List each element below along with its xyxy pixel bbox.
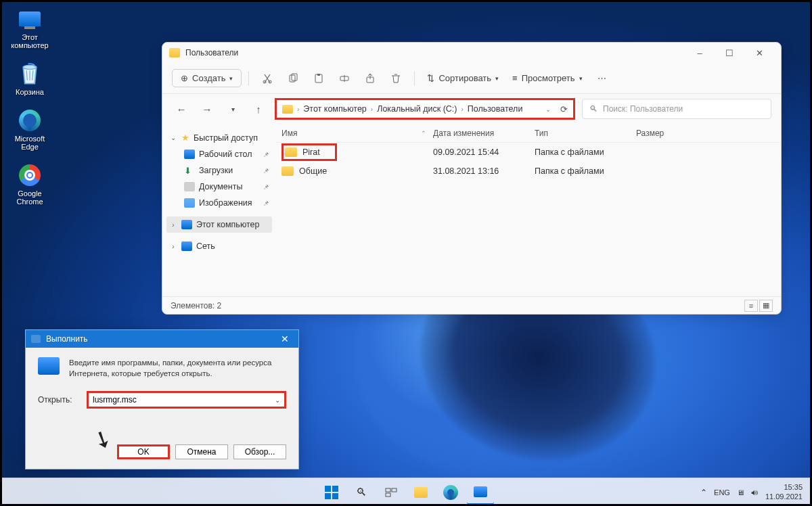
sidebar-quick-access[interactable]: ⌄ ★ Быстрый доступ bbox=[166, 129, 272, 146]
plus-icon: ⊕ bbox=[181, 73, 188, 83]
search-input[interactable]: 🔍︎ Поиск: Пользователи bbox=[582, 99, 771, 119]
chevron-down-icon[interactable]: ⌄ bbox=[545, 106, 551, 113]
run-icon bbox=[38, 357, 60, 375]
search-icon: 🔍︎ bbox=[356, 486, 367, 499]
run-input[interactable]: lusrmgr.msc ⌄ bbox=[87, 391, 286, 409]
desktop-icon-this-pc[interactable]: Этот компьютер bbox=[7, 7, 53, 49]
sort-button[interactable]: ⇅ Сортировать ▾ bbox=[422, 70, 504, 87]
folder-icon bbox=[281, 166, 294, 176]
svg-rect-6 bbox=[317, 74, 320, 76]
folder-icon bbox=[169, 48, 180, 58]
sidebar-item-downloads[interactable]: ⬇ Загрузки 📌︎ bbox=[166, 162, 272, 179]
forward-button[interactable]: → bbox=[198, 99, 217, 118]
windows-icon bbox=[325, 486, 338, 499]
sidebar-item-desktop[interactable]: Рабочий стол 📌︎ bbox=[166, 146, 272, 162]
column-headers: Имя⌃ Дата изменения Тип Размер bbox=[276, 124, 781, 143]
more-button[interactable]: ⋯ bbox=[591, 67, 614, 90]
clock[interactable]: 15:35 11.09.2021 bbox=[765, 483, 803, 502]
pc-icon bbox=[19, 12, 41, 26]
column-size[interactable]: Размер bbox=[636, 129, 704, 138]
chevron-down-icon: ▾ bbox=[579, 75, 583, 82]
volume-icon[interactable]: 🔊︎ bbox=[751, 488, 759, 497]
sidebar-item-network[interactable]: › Сеть bbox=[166, 238, 272, 254]
copy-button[interactable] bbox=[281, 67, 304, 90]
explorer-nav: ← → ▾ ↑ › Этот компьютер › Локальный дис… bbox=[162, 94, 781, 124]
sidebar: ⌄ ★ Быстрый доступ Рабочий стол 📌︎ ⬇ Заг… bbox=[162, 124, 276, 296]
desktop-icon-recycle-bin[interactable]: Корзина bbox=[7, 62, 53, 96]
address-bar[interactable]: › Этот компьютер › Локальный диск (C:) ›… bbox=[275, 98, 575, 120]
chevron-down-icon: ▾ bbox=[229, 75, 233, 82]
paste-button[interactable] bbox=[307, 67, 330, 90]
explorer-window: Пользователи – ☐ ✕ ⊕ Создать ▾ ⇅ Сортиро… bbox=[162, 42, 782, 315]
sidebar-item-this-pc[interactable]: › Этот компьютер bbox=[166, 216, 272, 233]
browse-button[interactable]: Обзор... bbox=[233, 444, 286, 459]
explorer-taskbar-button[interactable] bbox=[407, 480, 434, 505]
explorer-titlebar[interactable]: Пользователи – ☐ ✕ bbox=[162, 43, 781, 63]
file-row[interactable]: Общие 31.08.2021 13:16 Папка с файлами bbox=[276, 162, 781, 181]
tray-chevron-up-icon[interactable]: ⌃ bbox=[700, 488, 707, 497]
chevron-right-icon: › bbox=[297, 106, 299, 113]
pin-icon: 📌︎ bbox=[263, 183, 269, 191]
run-titlebar[interactable]: Выполнить ✕ bbox=[26, 330, 298, 348]
desktop-icon-edge[interactable]: Microsoft Edge bbox=[7, 108, 53, 151]
folder-icon bbox=[414, 487, 428, 498]
sort-icon: ⇅ bbox=[427, 73, 434, 83]
search-button[interactable]: 🔍︎ bbox=[348, 480, 375, 505]
back-button[interactable]: ← bbox=[172, 99, 191, 118]
chevron-down-icon[interactable]: ▾ bbox=[223, 99, 242, 118]
column-date[interactable]: Дата изменения bbox=[433, 129, 535, 138]
breadcrumb-item[interactable]: Локальный диск (C:) bbox=[377, 104, 457, 114]
minimize-button[interactable]: – bbox=[685, 43, 715, 63]
pc-icon bbox=[474, 486, 487, 497]
star-icon: ★ bbox=[181, 133, 189, 143]
breadcrumb-item[interactable]: Этот компьютер bbox=[303, 104, 366, 114]
file-row[interactable]: Pirat 09.09.2021 15:44 Папка с файлами bbox=[276, 143, 781, 162]
sidebar-item-pictures[interactable]: Изображения 📌︎ bbox=[166, 195, 272, 211]
edge-icon bbox=[443, 485, 458, 500]
start-button[interactable] bbox=[318, 480, 345, 505]
sidebar-item-documents[interactable]: Документы 📌︎ bbox=[166, 179, 272, 195]
download-icon: ⬇ bbox=[184, 166, 195, 175]
window-title: Пользователи bbox=[185, 48, 238, 58]
chevron-down-icon[interactable]: ⌄ bbox=[275, 396, 280, 404]
delete-button[interactable] bbox=[384, 67, 407, 90]
desktop-icon-label: Microsoft Edge bbox=[15, 135, 45, 151]
close-button[interactable]: ✕ bbox=[277, 334, 293, 344]
status-bar: Элементов: 2 ≡ ▦ bbox=[162, 296, 781, 314]
desktop-icon-chrome[interactable]: Google Chrome bbox=[7, 163, 53, 206]
cut-button[interactable] bbox=[256, 67, 279, 90]
svg-rect-11 bbox=[392, 488, 397, 492]
icons-view-button[interactable]: ▦ bbox=[759, 300, 773, 312]
pin-icon: 📌︎ bbox=[263, 167, 269, 175]
ok-button[interactable]: OK bbox=[117, 444, 170, 459]
chrome-icon bbox=[19, 164, 41, 186]
app-taskbar-button[interactable] bbox=[467, 480, 494, 505]
share-button[interactable] bbox=[359, 67, 382, 90]
rename-button[interactable] bbox=[333, 67, 356, 90]
pin-icon: 📌︎ bbox=[263, 151, 269, 158]
desktop-icon bbox=[184, 150, 195, 159]
language-indicator[interactable]: ENG bbox=[714, 488, 730, 497]
folder-icon bbox=[31, 335, 41, 343]
refresh-button[interactable]: ⟳ bbox=[560, 104, 568, 114]
breadcrumb-item[interactable]: Пользователи bbox=[468, 104, 523, 114]
column-type[interactable]: Тип bbox=[535, 129, 636, 138]
up-button[interactable]: ↑ bbox=[249, 99, 268, 118]
column-name[interactable]: Имя⌃ bbox=[276, 129, 433, 138]
open-label: Открыть: bbox=[38, 395, 78, 405]
chevron-down-icon: ⌄ bbox=[169, 134, 177, 141]
view-button[interactable]: ≡ Просмотреть ▾ bbox=[507, 70, 588, 87]
close-button[interactable]: ✕ bbox=[744, 43, 774, 63]
cancel-button[interactable]: Отмена bbox=[175, 444, 228, 459]
network-icon[interactable]: 🖥︎ bbox=[737, 488, 744, 497]
svg-rect-12 bbox=[386, 493, 390, 497]
picture-icon bbox=[184, 198, 195, 208]
edge-taskbar-button[interactable] bbox=[437, 480, 464, 505]
task-view-button[interactable] bbox=[378, 480, 405, 505]
desktop-icons: Этот компьютер Корзина Microsoft Edge Go… bbox=[7, 7, 53, 206]
new-button[interactable]: ⊕ Создать ▾ bbox=[172, 69, 242, 87]
desktop-icon-label: Google Chrome bbox=[16, 189, 43, 206]
details-view-button[interactable]: ≡ bbox=[744, 300, 758, 312]
maximize-button[interactable]: ☐ bbox=[715, 43, 744, 63]
folder-icon bbox=[285, 147, 297, 157]
